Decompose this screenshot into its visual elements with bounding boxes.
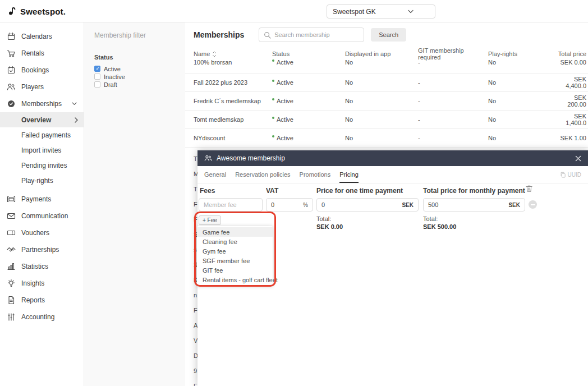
sidebar-subitem-play-rights[interactable]: Play-rights <box>0 173 84 188</box>
search-input[interactable] <box>274 31 359 38</box>
document-icon <box>7 296 16 305</box>
sidebar-item-rentals[interactable]: Rentals <box>0 45 84 62</box>
cell-total-price: SEK 1,400.0 <box>555 113 586 126</box>
cell-name: 100% brorsan <box>194 59 272 66</box>
sidebar-item-reports[interactable]: Reports <box>0 292 84 309</box>
fee-option-gym-fee[interactable]: Gym fee <box>197 246 273 256</box>
lightbulb-icon <box>7 279 16 288</box>
chevron-down-icon <box>72 102 77 105</box>
table-row[interactable]: Fall 2022 plus 2023 Active No - No SEK 4… <box>185 73 588 92</box>
sidebar-subitem-failed-payments[interactable]: Failed payments <box>0 127 84 143</box>
sidebar-item-players[interactable]: Players <box>0 79 84 95</box>
column-header-status: Status <box>272 50 345 57</box>
sidebar-item-label: Accounting <box>21 313 54 321</box>
sidebar-item-communication[interactable]: Communication <box>0 208 84 224</box>
checkbox-icon[interactable] <box>94 73 100 80</box>
status-option-active[interactable]: Active <box>94 65 175 72</box>
tab-general[interactable]: General <box>204 166 226 183</box>
monthly-price-field[interactable]: SEK <box>423 198 525 212</box>
table-row[interactable]: Tomt medlemskap Active No - No SEK 1,400… <box>185 111 588 129</box>
delete-fee-button[interactable] <box>525 185 533 192</box>
sidebar-item-label: Insights <box>21 279 44 287</box>
sort-icon <box>212 51 217 57</box>
calendar-check-icon <box>7 66 16 75</box>
fee-name-input[interactable] <box>204 201 258 208</box>
cell-play-rights: No <box>488 98 555 104</box>
checkbox-checked-icon[interactable] <box>94 66 100 72</box>
cell-git-required: - <box>418 59 488 66</box>
one-time-total-value: SEK 0.00 <box>316 223 343 230</box>
sidebar-subitem-label: Failed payments <box>21 131 71 139</box>
logo-text: Sweetspot. <box>20 7 66 16</box>
search-button[interactable]: Search <box>371 28 406 42</box>
cell-git-required: - <box>418 98 488 104</box>
cell-displayed-in-app: No <box>345 98 418 104</box>
monthly-price-label: Total price for monthly payment <box>423 187 525 195</box>
users-icon <box>204 154 212 162</box>
sidebar-item-bookings[interactable]: Bookings <box>0 62 84 79</box>
column-header-total-price: Total price <box>555 50 586 57</box>
uuid-button[interactable]: UUID <box>560 172 581 178</box>
fee-option-git-fee[interactable]: GIT fee <box>197 265 273 275</box>
cell-play-rights: No <box>488 59 555 66</box>
vat-field[interactable]: % <box>266 198 313 212</box>
sidebar-subitem-import-invites[interactable]: Import invites <box>0 143 84 158</box>
cell-name: Fredrik C´s medlemskap <box>194 98 272 104</box>
checkbox-label: Draft <box>104 81 117 88</box>
sidebar-subitem-pending-invites[interactable]: Pending invites <box>0 158 84 173</box>
fee-option-game-fee[interactable]: Game fee <box>197 227 273 237</box>
table-row[interactable]: Fredrik C´s medlemskap Active No - No SE… <box>185 92 588 111</box>
fee-option-cleaning-fee[interactable]: Cleaning fee <box>197 237 273 246</box>
sidebar-item-statistics[interactable]: Statistics <box>0 258 84 275</box>
memberships-header: Memberships Search <box>185 22 588 47</box>
vat-input[interactable] <box>271 201 300 208</box>
column-header-name[interactable]: Name <box>194 50 272 57</box>
tab-promotions[interactable]: Promotions <box>300 166 331 183</box>
cell-total-price: SEK 1.00 <box>555 135 586 141</box>
cell-name: NYdiscount <box>194 135 272 141</box>
column-header-play-rights: Play-rights <box>488 50 555 57</box>
checkbox-label: Inactive <box>104 73 125 80</box>
search-box[interactable] <box>259 27 364 42</box>
sidebar-item-vouchers[interactable]: Vouchers <box>0 224 84 241</box>
status-option-draft[interactable]: Draft <box>94 81 175 88</box>
fee-option-sgf-member-fee[interactable]: SGF member fee <box>197 256 273 265</box>
chevron-down-icon <box>408 10 414 13</box>
membership-modal: Awesome membership General Reservation p… <box>197 150 588 386</box>
status-option-inactive[interactable]: Inactive <box>94 73 175 80</box>
cell-name: Tomt medlemskap <box>194 116 272 123</box>
sidebar-subitem-overview[interactable]: Overview <box>0 112 84 127</box>
cell-total-price: SEK 0.00 <box>555 59 586 66</box>
cell-status: Active <box>272 98 345 104</box>
sidebar-item-accounting[interactable]: Accounting <box>0 309 84 325</box>
monthly-total-value: SEK 500.00 <box>423 223 456 230</box>
sidebar-item-payments[interactable]: Payments <box>0 191 84 208</box>
table-row[interactable]: 100% brorsan Active No - No SEK 0.00 <box>185 59 588 73</box>
tab-reservation-policies[interactable]: Reservation policies <box>235 166 290 183</box>
close-button[interactable] <box>575 155 581 162</box>
cell-status: Active <box>272 135 345 141</box>
sidebar-item-memberships[interactable]: Memberships <box>0 95 84 112</box>
trash-icon <box>525 185 533 192</box>
table-row[interactable]: NYdiscount Active No - No SEK 1.00 <box>185 129 588 148</box>
fee-name-field[interactable] <box>199 198 263 212</box>
sidebar-item-partnerships[interactable]: Partnerships <box>0 241 84 258</box>
club-selector[interactable]: Sweetspot GK <box>327 4 435 19</box>
cell-displayed-in-app: No <box>345 59 418 66</box>
sidebar-item-label: Partnerships <box>21 246 59 254</box>
remove-row-button-disabled[interactable] <box>529 200 537 209</box>
sidebar-item-label: Rentals <box>21 49 44 57</box>
sidebar-item-insights[interactable]: Insights <box>0 275 84 292</box>
sidebar-subitem-label: Pending invites <box>21 162 67 169</box>
cell-total-price: SEK 200.00 <box>555 94 586 108</box>
sidebar-item-label: Players <box>21 83 44 91</box>
topbar: Sweetspot. Sweetspot GK <box>0 0 588 22</box>
tab-pricing[interactable]: Pricing <box>339 166 359 183</box>
checkbox-icon[interactable] <box>94 81 100 88</box>
sidebar-item-calendars[interactable]: Calendars <box>0 28 84 45</box>
fee-option-rental-items[interactable]: Rental items - golf cart fleet <box>197 275 273 284</box>
one-time-price-field[interactable]: SEK <box>316 198 419 212</box>
add-fee-button[interactable]: + Fee <box>199 215 221 225</box>
monthly-price-input[interactable] <box>428 201 505 208</box>
one-time-price-input[interactable] <box>321 201 398 208</box>
